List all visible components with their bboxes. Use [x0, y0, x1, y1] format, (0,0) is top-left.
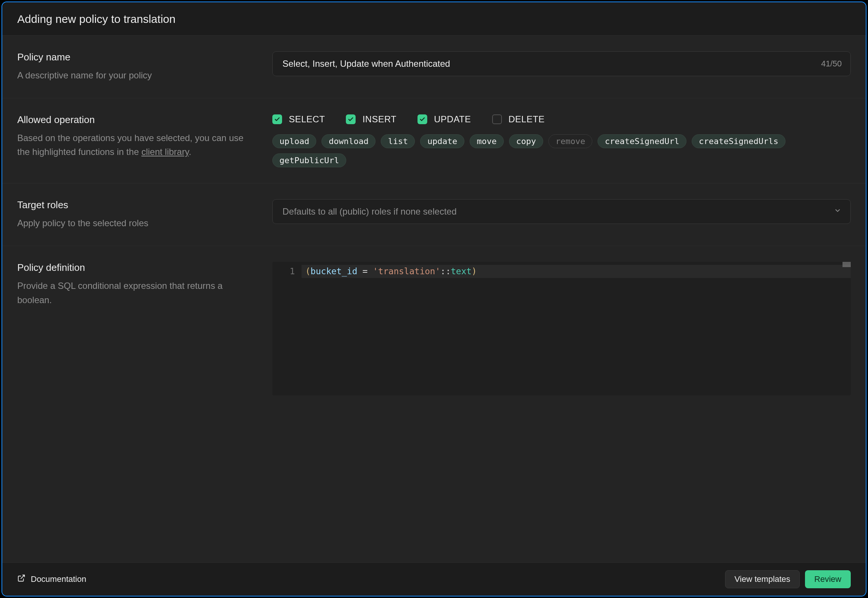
documentation-link[interactable]: Documentation [17, 574, 86, 584]
target-roles-select-wrap: Defaults to all (public) roles if none s… [272, 199, 851, 224]
allowed-operation-desc-pre: Based on the operations you have selecte… [17, 133, 243, 157]
check-icon [346, 114, 356, 124]
code-eq: = [357, 266, 373, 276]
allowed-operation-section: Allowed operation Based on the operation… [2, 98, 866, 183]
policy-definition-title: Policy definition [17, 262, 257, 273]
line-number-1: 1 [275, 265, 295, 278]
tag-download: download [321, 134, 375, 148]
modal-body: Policy name A descriptive name for your … [2, 36, 866, 562]
external-link-icon [17, 574, 26, 584]
policy-definition-desc: Provide a SQL conditional expression tha… [17, 279, 257, 307]
tag-update: update [420, 134, 464, 148]
policy-name-section: Policy name A descriptive name for your … [2, 36, 866, 98]
add-policy-modal: Adding new policy to translation Policy … [2, 2, 866, 596]
policy-name-char-count: 41/50 [821, 59, 842, 69]
policy-name-desc: A descriptive name for your policy [17, 68, 257, 82]
code-type: text [451, 266, 472, 276]
checkbox-select-label: SELECT [289, 114, 325, 125]
editor-minimap-cursor [842, 262, 851, 267]
policy-definition-editor[interactable]: 1 (bucket_id = 'translation'::text) [272, 262, 851, 395]
svg-line-0 [21, 575, 24, 579]
policy-name-input-wrap: 41/50 [272, 51, 851, 76]
policy-name-input[interactable] [272, 51, 851, 76]
code-open-paren: ( [305, 266, 311, 276]
view-templates-button[interactable]: View templates [725, 570, 800, 588]
checkbox-empty-icon [492, 114, 502, 124]
policy-name-title: Policy name [17, 51, 257, 63]
code-close-paren: ) [472, 266, 477, 276]
tag-upload: upload [272, 134, 316, 148]
target-roles-placeholder: Defaults to all (public) roles if none s… [282, 206, 457, 216]
checkbox-insert[interactable]: INSERT [346, 114, 396, 125]
allowed-operation-desc-post: . [189, 147, 191, 157]
client-library-link[interactable]: client library [141, 147, 189, 157]
code-string: 'translation' [373, 266, 440, 276]
target-roles-select[interactable]: Defaults to all (public) roles if none s… [272, 199, 851, 224]
chevron-down-icon [833, 206, 842, 217]
tag-move: move [470, 134, 504, 148]
tag-createsignedurls: createSignedUrls [692, 134, 785, 148]
tag-copy: copy [509, 134, 543, 148]
tag-createsignedurl: createSignedUrl [598, 134, 686, 148]
documentation-label: Documentation [31, 574, 86, 584]
function-tags: upload download list update move copy re… [272, 134, 851, 167]
review-button[interactable]: Review [805, 570, 851, 588]
check-icon [272, 114, 282, 124]
editor-content: (bucket_id = 'translation'::text) [302, 262, 851, 395]
modal-title: Adding new policy to translation [17, 13, 851, 26]
allowed-operation-title: Allowed operation [17, 114, 257, 126]
code-ident: bucket_id [311, 266, 357, 276]
tag-list: list [381, 134, 415, 148]
policy-definition-section: Policy definition Provide a SQL conditio… [2, 246, 866, 411]
check-icon [417, 114, 427, 124]
checkbox-select[interactable]: SELECT [272, 114, 325, 125]
operation-checkbox-row: SELECT INSERT UPDATE [272, 114, 851, 125]
footer-actions: View templates Review [725, 570, 851, 588]
modal-footer: Documentation View templates Review [2, 562, 866, 596]
target-roles-section: Target roles Apply policy to the selecte… [2, 183, 866, 246]
checkbox-delete-label: DELETE [509, 114, 545, 125]
checkbox-delete[interactable]: DELETE [492, 114, 545, 125]
tag-remove: remove [548, 134, 592, 148]
checkbox-update-label: UPDATE [434, 114, 471, 125]
target-roles-desc: Apply policy to the selected roles [17, 216, 257, 230]
tag-getpublicurl: getPublicUrl [272, 153, 346, 167]
modal-header: Adding new policy to translation [2, 2, 866, 36]
checkbox-insert-label: INSERT [362, 114, 396, 125]
target-roles-title: Target roles [17, 199, 257, 211]
code-cast: :: [440, 266, 451, 276]
checkbox-update[interactable]: UPDATE [417, 114, 471, 125]
editor-gutter: 1 [272, 262, 302, 395]
allowed-operation-desc: Based on the operations you have selecte… [17, 131, 257, 159]
